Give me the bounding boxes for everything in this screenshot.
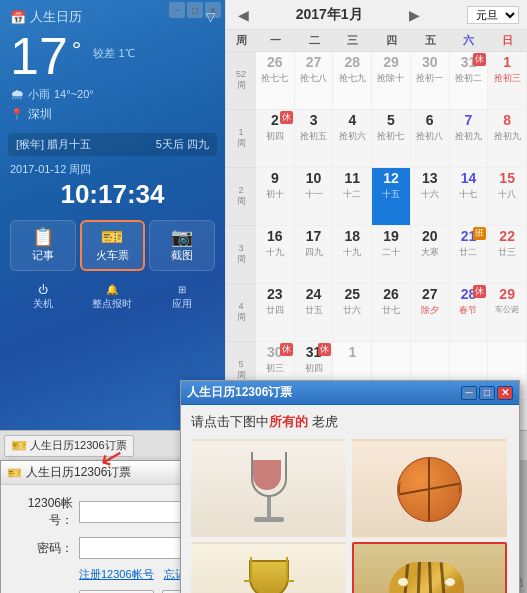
cal-day[interactable]: 4抢初六 (333, 110, 372, 168)
restore-btn[interactable]: □ (187, 2, 203, 18)
diary-label: 记事 (32, 248, 54, 263)
captcha-window-buttons: ─ □ ✕ (461, 386, 513, 400)
cal-day[interactable]: 1抢初三 (488, 52, 527, 110)
cal-day[interactable]: 5抢初七 (372, 110, 411, 168)
captcha-minimize-btn[interactable]: ─ (461, 386, 477, 400)
alarm-btn[interactable]: 🔔 整点报时 (80, 279, 146, 316)
datetime-row: 2017-01-12 周四 (0, 162, 225, 177)
week-num-1: 1周 (226, 110, 256, 168)
next-month-btn[interactable]: ▶ (405, 7, 424, 23)
cal-day[interactable]: 9初十 (256, 168, 295, 226)
cal-day[interactable]: 22廿三 (488, 226, 527, 284)
apps-btn[interactable]: ⊞ 应用 (149, 279, 215, 316)
apps-icon: ⊞ (178, 284, 186, 295)
cal-day[interactable]: 15十八 (488, 168, 527, 226)
app-title-text: 人生日历 (30, 8, 82, 26)
cal-day[interactable]: 16十九 (256, 226, 295, 284)
prompt-highlight: 所有的 (269, 414, 308, 429)
train-icon: 🎫 (101, 228, 123, 246)
cal-day[interactable]: 休28春节 (450, 284, 489, 342)
cal-day[interactable]: 23廿四 (256, 284, 295, 342)
calendar-header: ◀ 2017年1月 ▶ 元旦 (226, 0, 527, 30)
cal-day[interactable]: 17四九 (295, 226, 334, 284)
window-controls: － □ × (169, 2, 221, 18)
screenshot-icon: 📷 (171, 228, 193, 246)
bottom-actions: ⏻ 关机 🔔 整点报时 ⊞ 应用 (10, 279, 215, 316)
cal-day[interactable]: 6抢初八 (411, 110, 450, 168)
cal-day-today[interactable]: 12十五 (372, 168, 411, 226)
dialog-title-icon: 🎫 (7, 466, 22, 480)
weekday-sun: 日 (488, 30, 527, 51)
taskbar-icon: 🎫 (11, 438, 27, 453)
cal-day[interactable]: 休2初四 (256, 110, 295, 168)
quick-actions: 📋 记事 🎫 火车票 📷 截图 (10, 220, 215, 271)
week-row-4: 4周 23廿四 24廿五 25廿六 26廿七 27除夕 休28春节 29车公诞 (226, 284, 527, 342)
gregorian-date: 2017-01-12 周四 (10, 162, 91, 177)
week-row-2: 2周 9初十 10十一 11十二 12十五 13十六 14十七 15十八 (226, 168, 527, 226)
time-display: 10:17:34 (0, 177, 225, 212)
cal-day[interactable]: 3抢初五 (295, 110, 334, 168)
cal-day[interactable]: 20大寒 (411, 226, 450, 284)
power-btn[interactable]: ⏻ 关机 (10, 279, 76, 316)
city-row: 📍 深圳 (10, 106, 215, 123)
temperature-value: 17 (10, 30, 68, 82)
cal-day[interactable]: 24廿五 (295, 284, 334, 342)
weekday-tue: 二 (295, 30, 334, 51)
cal-day[interactable]: 班21廿二 (450, 226, 489, 284)
captcha-title: 人生日历12306订票 (187, 384, 292, 401)
weekday-header: 周 一 二 三 四 五 六 日 (226, 30, 527, 52)
temp-range-text: 14°~20° (54, 88, 94, 100)
location-icon: 📍 (10, 108, 24, 121)
city-name: 深圳 (28, 106, 52, 123)
cal-day[interactable]: 14十七 (450, 168, 489, 226)
captcha-prompt: 请点击下图中所有的 老虎 (181, 405, 519, 435)
cal-day[interactable]: 30抢初一 (411, 52, 450, 110)
captcha-maximize-btn[interactable]: □ (479, 386, 495, 400)
festival-select[interactable]: 元旦 (467, 6, 519, 24)
captcha-img-tiger[interactable] (352, 542, 507, 593)
cal-day[interactable]: 10十一 (295, 168, 334, 226)
captcha-titlebar: 人生日历12306订票 ─ □ ✕ (181, 381, 519, 405)
cal-day[interactable]: 27除夕 (411, 284, 450, 342)
weekday-wed: 三 (333, 30, 372, 51)
captcha-img-wine[interactable] (191, 439, 346, 539)
train-label: 火车票 (96, 248, 129, 263)
captcha-img-trophy[interactable] (191, 542, 346, 593)
cal-day[interactable]: 27抢七八 (295, 52, 334, 110)
cal-day[interactable]: 18十九 (333, 226, 372, 284)
screenshot-btn[interactable]: 📷 截图 (149, 220, 215, 271)
week-row-1: 1周 休2初四 3抢初五 4抢初六 5抢初七 6抢初八 7抢初九 8抢初九 (226, 110, 527, 168)
cal-day[interactable]: 休31抢初二 (450, 52, 489, 110)
cal-day[interactable]: 11十二 (333, 168, 372, 226)
prev-month-btn[interactable]: ◀ (234, 7, 253, 23)
condition-text: 小雨 (28, 87, 50, 102)
captcha-img-basketball[interactable] (352, 439, 507, 539)
close-btn[interactable]: × (205, 2, 221, 18)
register-link[interactable]: 注册12306帐号 (79, 567, 154, 582)
cal-day[interactable]: 7抢初九 (450, 110, 489, 168)
cal-day[interactable]: 29车公诞 (488, 284, 527, 342)
diary-btn[interactable]: 📋 记事 (10, 220, 76, 271)
cal-day[interactable]: 29抢除十 (372, 52, 411, 110)
minimize-btn[interactable]: － (169, 2, 185, 18)
captcha-close-btn[interactable]: ✕ (497, 386, 513, 400)
password-label: 密码： (13, 540, 73, 557)
cal-day[interactable]: 26廿七 (372, 284, 411, 342)
cal-day[interactable]: 19二十 (372, 226, 411, 284)
cal-day[interactable]: 25廿六 (333, 284, 372, 342)
cal-day[interactable]: 28抢七九 (333, 52, 372, 110)
power-icon: ⏻ (38, 284, 48, 295)
cal-day[interactable]: 8抢初九 (488, 110, 527, 168)
month-title: 2017年1月 (296, 6, 363, 24)
calendar-icon: 📅 (10, 10, 26, 25)
train-ticket-btn[interactable]: 🎫 火车票 (80, 220, 146, 271)
weather-diff-text: 较差 1℃ (93, 46, 134, 61)
weekday-mon: 一 (256, 30, 295, 51)
weekday-thu: 四 (372, 30, 411, 51)
days-ahead: 5天后 四九 (156, 137, 209, 152)
week-num-3: 3周 (226, 226, 256, 284)
cal-day[interactable]: 13十六 (411, 168, 450, 226)
cal-day[interactable]: 26抢七七 (256, 52, 295, 110)
account-label: 12306帐号： (13, 495, 73, 529)
week-num-4: 4周 (226, 284, 256, 342)
